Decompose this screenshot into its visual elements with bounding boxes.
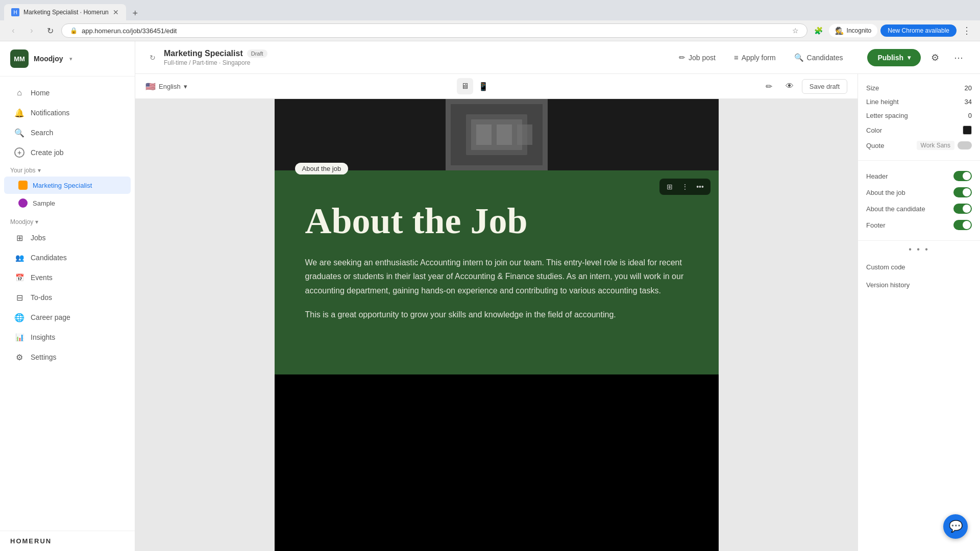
address-text: app.homerun.co/job/336451/edit (82, 27, 788, 35)
letter-spacing-row: Letter spacing 0 (866, 109, 972, 122)
version-history-link[interactable]: Version history (858, 276, 980, 294)
sidebar-item-marketing-specialist[interactable]: Marketing Specialist (4, 177, 131, 194)
job-refresh-icon[interactable]: ↻ (150, 54, 156, 62)
typography-section: Size 20 Line height 34 Letter spacing 0 … (858, 74, 980, 161)
extension-icon[interactable]: 🧩 (812, 23, 826, 38)
sidebar-header: MM Moodjoy ▾ (0, 41, 135, 77)
section-edit-icon[interactable]: ⊞ (664, 181, 676, 193)
search-icon: 🔍 (14, 128, 24, 138)
sidebar-item-sample[interactable]: Sample (4, 194, 131, 212)
home-icon: ⌂ (14, 88, 24, 98)
apply-form-icon: ≡ (734, 53, 739, 62)
desktop-view-button[interactable]: 🖥 (457, 78, 473, 94)
footer-toggle[interactable] (953, 220, 972, 230)
sidebar-item-search[interactable]: 🔍 Search (4, 123, 131, 142)
sidebar-item-notifications[interactable]: 🔔 Notifications (4, 103, 131, 122)
tab-title: Marketing Specialist · Homerun (23, 9, 109, 16)
sidebar-item-home[interactable]: ⌂ Home (4, 83, 131, 103)
sidebar-item-events-label: Events (31, 273, 53, 282)
language-chevron-icon: ▾ (184, 83, 187, 90)
panel-more-dots[interactable]: • • • (858, 241, 980, 258)
mobile-view-button[interactable]: 📱 (475, 78, 492, 94)
sidebar: MM Moodjoy ▾ ⌂ Home 🔔 Notifications 🔍 Se… (0, 41, 135, 551)
publish-label: Publish (877, 54, 903, 62)
refresh-button[interactable]: ↻ (43, 23, 57, 38)
sidebar-item-jobs-label: Jobs (31, 234, 46, 242)
custom-code-link[interactable]: Custom code (858, 258, 980, 276)
address-bar[interactable]: 🔒 app.homerun.co/job/336451/edit ☆ (61, 23, 807, 38)
edit-mode-button[interactable]: ✏ (761, 78, 777, 94)
company-chevron-icon[interactable]: ▾ (69, 56, 72, 62)
forward-button[interactable]: › (24, 23, 39, 38)
sidebar-item-create-job[interactable]: + Create job (4, 143, 131, 162)
sidebar-item-jobs[interactable]: ⊞ Jobs (4, 228, 131, 247)
preview-mode-button[interactable]: 👁 (781, 78, 798, 94)
color-swatch[interactable] (963, 126, 972, 135)
size-value: 20 (965, 84, 972, 92)
canvas-area: 🇺🇸 English ▾ 🖥 📱 ✏ 👁 Save draft (135, 74, 857, 551)
footer-row: Footer (866, 217, 972, 233)
sidebar-item-todos[interactable]: ⊟ To-dos (4, 288, 131, 307)
line-height-row: Line height 34 (866, 95, 972, 109)
sidebar-item-insights[interactable]: 📊 Insights (4, 328, 131, 347)
profile-button[interactable]: ⋮ (960, 23, 974, 38)
new-tab-button[interactable]: + (128, 6, 142, 20)
top-bar: ↻ Marketing Specialist Draft Full-time /… (135, 41, 980, 74)
tab-job-post[interactable]: ✏ Job post (671, 49, 724, 66)
tab-apply-form[interactable]: ≡ Apply form (726, 49, 784, 66)
bookmark-icon[interactable]: ☆ (792, 27, 799, 35)
canvas-content: About the job ⊞ ⋮ ••• About the Job We a… (135, 99, 857, 551)
sidebar-item-sample-label: Sample (33, 199, 55, 207)
topbar-settings-button[interactable]: ⚙ (926, 48, 944, 67)
chat-bubble-button[interactable]: 💬 (943, 514, 968, 539)
tab-job-post-label: Job post (689, 54, 716, 62)
sidebar-item-career-page[interactable]: 🌐 Career page (4, 308, 131, 327)
sidebar-nav: ⌂ Home 🔔 Notifications 🔍 Search + Create… (0, 77, 135, 373)
header-toggle[interactable] (953, 171, 972, 181)
svg-rect-3 (476, 124, 492, 145)
about-body-paragraph-2: This is a great opportunity to grow your… (305, 308, 688, 321)
sidebar-item-candidates[interactable]: 👥 Candidates (4, 248, 131, 267)
sidebar-item-events[interactable]: 📅 Events (4, 268, 131, 287)
about-job-row: About the job (866, 184, 972, 201)
new-chrome-button[interactable]: New Chrome available (880, 24, 957, 37)
right-panel: Size 20 Line height 34 Letter spacing 0 … (857, 74, 980, 551)
sample-dot (18, 198, 28, 208)
canvas-toolbar: 🇺🇸 English ▾ 🖥 📱 ✏ 👁 Save draft (135, 74, 857, 99)
sidebar-item-insights-label: Insights (31, 333, 55, 341)
save-draft-button[interactable]: Save draft (802, 79, 847, 94)
jobs-icon: ⊞ (14, 233, 24, 243)
avatar: MM (10, 49, 29, 68)
section-more-icon[interactable]: ••• (694, 181, 706, 193)
browser-nav-right: 🧩 🕵 Incognito New Chrome available ⋮ (812, 23, 974, 38)
language-selector[interactable]: 🇺🇸 English ▾ (145, 82, 187, 91)
tab-candidates[interactable]: 🔍 Candidates (786, 49, 851, 66)
sidebar-item-career-page-label: Career page (31, 313, 70, 321)
publish-button[interactable]: Publish ▾ (867, 49, 921, 66)
job-title: Marketing Specialist (164, 49, 243, 58)
section-bar-icon[interactable]: ⋮ (679, 181, 691, 193)
canvas-actions: ✏ 👁 Save draft (761, 78, 847, 94)
your-jobs-chevron-icon: ▾ (38, 167, 41, 174)
incognito-label: Incognito (847, 27, 872, 34)
about-body: We are seeking an enthusiastic Accountin… (305, 256, 688, 321)
quote-toggle[interactable] (958, 141, 972, 149)
footer-label: Footer (866, 221, 886, 229)
svg-rect-4 (497, 124, 512, 145)
tab-candidates-label: Candidates (807, 54, 843, 62)
publish-chevron-icon: ▾ (908, 54, 911, 61)
tab-close-button[interactable]: ✕ (113, 8, 119, 16)
flag-icon: 🇺🇸 (145, 82, 156, 91)
about-body-paragraph-1: We are seeking an enthusiastic Accountin… (305, 256, 688, 297)
sidebar-item-todos-label: To-dos (31, 293, 52, 302)
about-candidate-toggle[interactable] (953, 204, 972, 214)
main-content: ↻ Marketing Specialist Draft Full-time /… (135, 41, 980, 551)
quote-controls: Work Sans (917, 141, 972, 150)
sidebar-item-settings-label: Settings (31, 353, 57, 361)
sidebar-item-settings[interactable]: ⚙ Settings (4, 347, 131, 367)
topbar-more-button[interactable]: ⋯ (949, 48, 968, 67)
back-button[interactable]: ‹ (6, 23, 20, 38)
hero-image (446, 99, 548, 170)
active-tab[interactable]: H Marketing Specialist · Homerun ✕ (4, 4, 126, 20)
about-job-toggle[interactable] (953, 187, 972, 197)
